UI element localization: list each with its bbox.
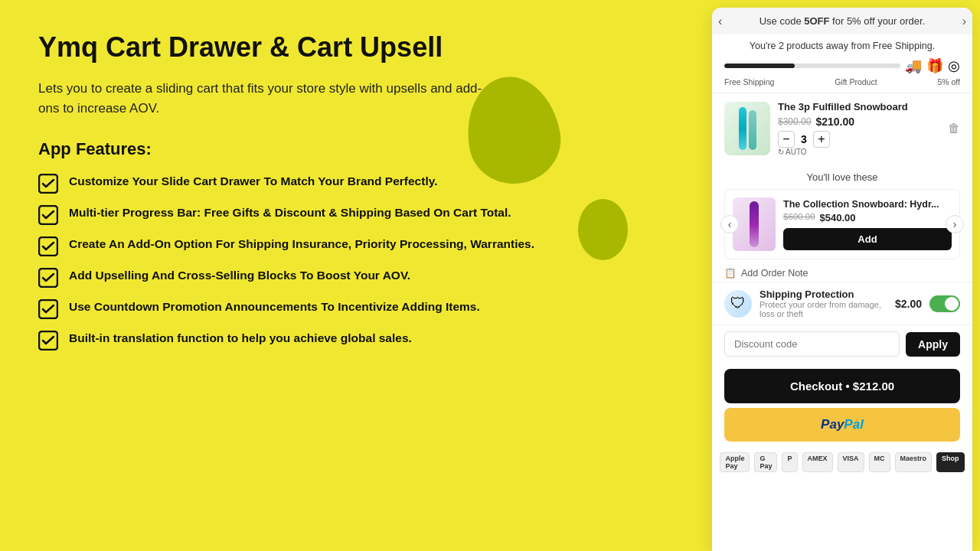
shipping-protection: 🛡 Shipping Protection Protect your order… <box>712 282 972 324</box>
quantity-row: − 3 + <box>778 131 940 148</box>
promo-text: Use code 5OFF for 5% off your order. <box>760 15 926 27</box>
progress-labels: Free Shipping Gift Product 5% off <box>712 76 972 93</box>
list-item: Use Countdown Promotion Announcements To… <box>38 298 674 319</box>
decorative-blob-small <box>578 199 628 260</box>
feature-text: Use Countdown Promotion Announcements To… <box>69 298 480 315</box>
truck-icon: 🚚 <box>905 57 922 74</box>
upsell-title: You'll love these <box>712 171 972 183</box>
protection-text: Shipping Protection Protect your order f… <box>760 289 887 318</box>
cart-item-name: The 3p Fulfilled Snowboard <box>778 101 940 112</box>
promo-prev-button[interactable]: ‹ <box>718 15 722 28</box>
upsell-original-price: $600.00 <box>783 212 815 223</box>
left-panel: Ymq Cart Drawer & Cart Upsell Lets you t… <box>0 0 704 551</box>
price-row: $300.00 $210.00 <box>778 116 940 128</box>
cart-item: The 3p Fulfilled Snowboard $300.00 $210.… <box>712 93 972 164</box>
protection-price: $2.00 <box>895 298 922 310</box>
list-item: Add Upselling And Cross-Selling Blocks T… <box>38 267 674 288</box>
paypal-button[interactable]: PayPal <box>724 408 960 442</box>
upsell-card: ‹ The Collection Snowboard: Hydr... $600… <box>724 189 960 259</box>
apply-discount-button[interactable]: Apply <box>906 332 960 357</box>
promo-next-button[interactable]: › <box>962 15 966 28</box>
feature-text: Multi-tier Progress Bar: Free Gifts & Di… <box>69 204 511 221</box>
decrease-quantity-button[interactable]: − <box>778 131 795 148</box>
checkbox-icon <box>38 205 58 225</box>
upsell-sale-price: $540.00 <box>820 212 856 223</box>
payment-icons: Apple Pay G Pay P AMEX VISA MC Maestro S… <box>712 448 972 480</box>
quantity-value: 3 <box>801 133 807 145</box>
feature-list: Customize Your Slide Cart Drawer To Matc… <box>38 173 674 350</box>
feature-text: Add Upselling And Cross-Selling Blocks T… <box>69 267 410 284</box>
upsell-details: The Collection Snowboard: Hydr... $600.0… <box>783 199 952 250</box>
checkbox-icon <box>38 236 58 256</box>
discount-input[interactable] <box>724 331 900 357</box>
add-order-note[interactable]: 📋 Add Order Note <box>712 259 972 282</box>
list-item: Create An Add-On Option For Shipping Ins… <box>38 236 674 256</box>
list-item: Customize Your Slide Cart Drawer To Matc… <box>38 173 674 194</box>
list-item: Built-in translation function to help yo… <box>38 330 674 350</box>
progress-bar-fill <box>724 64 795 68</box>
promo-bar: ‹ Use code 5OFF for 5% off your order. › <box>712 8 972 34</box>
visa-icon: VISA <box>838 452 864 472</box>
paypal-icon: P <box>782 452 797 472</box>
upsell-next-button[interactable]: › <box>946 215 964 233</box>
checkbox-icon <box>38 299 58 319</box>
upsell-prices: $600.00 $540.00 <box>783 212 952 223</box>
apple-pay-icon: Apple Pay <box>720 452 750 472</box>
auto-badge: ↻ AUTO <box>778 148 940 156</box>
percent-icon: ◎ <box>948 57 960 74</box>
upsell-name: The Collection Snowboard: Hydr... <box>783 199 952 210</box>
shop-pay-icon: Shop <box>936 452 965 472</box>
progress-bar-row: 🚚 🎁 ◎ <box>712 54 972 76</box>
shipping-notice: You're 2 products away from Free Shippin… <box>712 34 972 54</box>
checkbox-icon <box>38 331 58 350</box>
progress-bar <box>724 64 900 68</box>
google-pay-icon: G Pay <box>754 452 777 472</box>
maestro-icon: Maestro <box>895 452 933 472</box>
page-title: Ymq Cart Drawer & Cart Upsell <box>38 31 674 64</box>
cart-drawer: ‹ Use code 5OFF for 5% off your order. ›… <box>712 8 972 551</box>
delete-item-button[interactable]: 🗑 <box>948 122 960 135</box>
discount-row: Apply <box>712 324 972 363</box>
toggle-knob <box>945 297 959 311</box>
cart-item-details: The 3p Fulfilled Snowboard $300.00 $210.… <box>778 101 940 156</box>
snowboard-visual <box>739 107 756 150</box>
gift-icon: 🎁 <box>926 57 943 74</box>
sale-price: $210.00 <box>815 116 854 128</box>
subtitle: Lets you to create a sliding cart that f… <box>38 79 498 118</box>
feature-text: Create An Add-On Option For Shipping Ins… <box>69 236 534 253</box>
checkout-button[interactable]: Checkout • $212.00 <box>724 369 960 403</box>
add-upsell-button[interactable]: Add <box>783 228 952 250</box>
paypal-label: PayPal <box>821 417 864 432</box>
feature-text: Built-in translation function to help yo… <box>69 330 412 347</box>
checkbox-icon <box>38 268 58 288</box>
upsell-snowboard-visual <box>750 201 759 247</box>
increase-quantity-button[interactable]: + <box>813 131 830 148</box>
mastercard-icon: MC <box>869 452 890 472</box>
note-icon: 📋 <box>724 267 737 279</box>
amex-icon: AMEX <box>802 452 833 472</box>
upsell-section: You'll love these ‹ The Collection Snowb… <box>712 164 972 259</box>
protection-name: Shipping Protection <box>760 289 887 300</box>
checkbox-icon <box>38 174 58 194</box>
original-price: $300.00 <box>778 116 811 127</box>
cart-item-image <box>724 102 770 155</box>
upsell-image <box>733 197 776 251</box>
shield-icon: 🛡 <box>724 290 752 318</box>
protection-desc: Protect your order from damage, loss or … <box>760 300 887 318</box>
feature-text: Customize Your Slide Cart Drawer To Matc… <box>69 173 437 190</box>
features-heading: App Features: <box>38 139 674 159</box>
protection-toggle[interactable] <box>929 295 960 312</box>
upsell-prev-button[interactable]: ‹ <box>720 215 739 233</box>
